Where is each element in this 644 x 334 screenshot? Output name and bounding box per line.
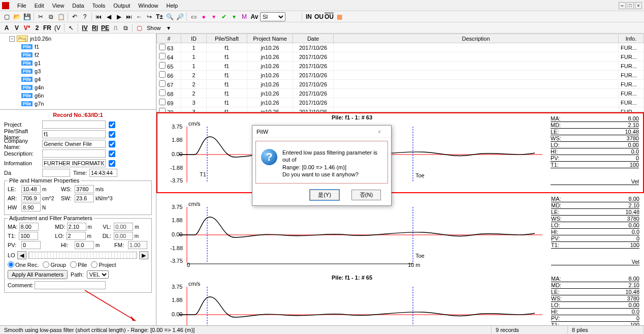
charts-area[interactable]: Pile: f1 - 1: # 63 cm/s 3.75 1.88 0.00 -… — [156, 112, 644, 328]
chart-icon[interactable]: ⧉ — [121, 23, 130, 33]
row-check[interactable] — [159, 89, 166, 96]
menu-data[interactable]: Data — [68, 2, 88, 10]
m-purple-icon[interactable]: M — [240, 12, 249, 21]
col-id[interactable]: ID — [181, 34, 207, 43]
col-pile[interactable]: Pile/Shaft — [207, 34, 247, 43]
hi-input[interactable] — [75, 241, 94, 249]
row-check[interactable] — [159, 62, 166, 69]
ri-u-icon[interactable]: RI — [90, 23, 100, 33]
ws-input[interactable] — [75, 185, 94, 193]
info-input[interactable] — [42, 159, 106, 167]
tree-pile-item[interactable]: Pileg4 — [1, 75, 155, 83]
table-row[interactable]: 682f1jn10.262017/10/26FUR... — [157, 89, 644, 98]
hist-icon[interactable]: ⎍ — [111, 23, 120, 33]
save-icon[interactable]: 💾 — [22, 12, 31, 21]
path-select[interactable]: VEL — [87, 270, 109, 279]
table-row[interactable]: 651f1jn10.262017/10/26FUR... — [157, 62, 644, 71]
two-button[interactable]: 2 — [33, 23, 42, 33]
company-input[interactable] — [42, 140, 106, 148]
row-check[interactable] — [159, 44, 166, 50]
a-button[interactable]: A — [2, 23, 11, 33]
box-icon[interactable]: ▭ — [189, 12, 198, 21]
t1-input[interactable] — [19, 232, 38, 240]
table-row[interactable]: 662f1jn10.262017/10/26FUR... — [157, 71, 644, 80]
zoom-in-icon[interactable]: 🔍 — [165, 12, 174, 21]
menu-output[interactable]: Output — [109, 2, 134, 10]
col-desc[interactable]: Description — [334, 34, 619, 43]
right-hook-icon[interactable]: ↪ — [145, 12, 154, 21]
lo-slider-right[interactable]: ▶ — [139, 251, 148, 259]
row-check[interactable] — [159, 108, 166, 112]
chart-panel[interactable]: Pile: f1 - 1: # 64 cm/s 3.75 1.88 0.00 -… — [156, 193, 644, 273]
radio-pile[interactable]: Pile — [70, 261, 87, 268]
row-check[interactable] — [159, 80, 166, 87]
paste-icon[interactable]: 📋 — [56, 12, 66, 21]
menu-file[interactable]: File — [13, 2, 30, 10]
menu-window[interactable]: Window — [134, 2, 162, 10]
col-num[interactable]: # — [157, 34, 181, 43]
grid-orange-icon[interactable]: ▦ — [335, 12, 344, 21]
date-input[interactable] — [42, 169, 70, 177]
no-button[interactable]: 否(N) — [351, 190, 381, 200]
restore-icon[interactable]: □ — [627, 2, 634, 9]
menu-help[interactable]: Help — [162, 2, 182, 10]
col-info[interactable]: Info. — [619, 34, 644, 43]
next-icon[interactable]: ▶ — [114, 12, 123, 21]
open-icon[interactable]: 📂 — [12, 12, 21, 21]
cut-icon[interactable]: ✂ — [36, 12, 45, 21]
radio-one-rec[interactable]: One Rec. — [8, 261, 39, 268]
company-check[interactable] — [109, 141, 115, 147]
table-row[interactable]: 693f1jn10.262017/10/26FUR... — [157, 98, 644, 107]
pink-dropdown-icon[interactable]: ▾ — [209, 12, 218, 21]
min-icon[interactable]: ‒ — [619, 2, 626, 9]
radio-group[interactable]: Group — [43, 261, 66, 268]
in-button[interactable]: IN — [304, 12, 313, 21]
le-input[interactable] — [21, 185, 41, 193]
table-row[interactable]: 672f1jn10.262017/10/26FUR... — [157, 80, 644, 89]
dialog-close-icon[interactable]: × — [372, 129, 387, 135]
prev-icon[interactable]: ◀ — [104, 12, 113, 21]
tree-pile-item[interactable]: Pileg4n — [1, 83, 155, 92]
col-proj[interactable]: Project Name — [247, 34, 293, 43]
time-input[interactable] — [89, 169, 117, 177]
last-icon[interactable]: ⏭ — [124, 12, 134, 21]
project-tree[interactable]: − Proj jn10.26n Pilef1 Pilef2 Pileg1 Pil… — [0, 34, 156, 110]
ou-bar-button[interactable]: OU — [325, 12, 334, 21]
apply-all-button[interactable]: Apply All Parameters — [8, 270, 68, 279]
show-dropdown-icon[interactable]: ▾ — [164, 23, 173, 33]
help-icon[interactable]: ? — [80, 12, 89, 21]
k-arrow-icon[interactable]: ↖ — [67, 23, 76, 33]
col-date[interactable]: Date — [293, 34, 334, 43]
tree-pile-item[interactable]: Pileg1 — [1, 59, 155, 67]
table-row[interactable]: 641f1jn10.262017/10/26FUR... — [157, 52, 644, 62]
tree-pile-item[interactable]: Pileg7n — [1, 100, 155, 108]
desc-check[interactable] — [109, 150, 115, 157]
project-check[interactable] — [109, 122, 115, 128]
green-dropdown-icon[interactable]: ▾ — [230, 12, 239, 21]
lo-input[interactable] — [67, 232, 86, 240]
v-button[interactable]: V — [12, 23, 21, 33]
row-check[interactable] — [159, 71, 166, 78]
lo-slider[interactable] — [28, 252, 137, 259]
hw-input[interactable] — [21, 203, 41, 211]
records-table[interactable]: # ID Pile/Shaft Project Name Date Descri… — [156, 34, 644, 112]
ar-input[interactable] — [21, 194, 41, 202]
menu-tools[interactable]: Tools — [88, 2, 110, 10]
radio-project[interactable]: Project — [91, 261, 116, 268]
ou-button[interactable]: OU — [314, 12, 324, 21]
chart-panel[interactable]: Pile: f1 - 1: # 63 cm/s 3.75 1.88 0.00 -… — [156, 112, 644, 193]
tree-pile-item[interactable]: Pilef2 — [1, 51, 155, 59]
yes-button[interactable]: 是(Y) — [310, 190, 339, 200]
new-icon[interactable]: ▢ — [2, 12, 11, 21]
pile-name-input[interactable] — [42, 130, 106, 138]
circle-pink-icon[interactable]: ● — [199, 12, 208, 21]
copy-icon[interactable]: ⧉ — [46, 12, 55, 21]
undo-icon[interactable]: ↶ — [70, 12, 79, 21]
project-name[interactable]: jn10.26n — [30, 36, 51, 42]
tz-button[interactable]: T± — [155, 12, 164, 21]
tree-pile-item[interactable]: Pileg6n — [1, 92, 155, 100]
first-icon[interactable]: ⏮ — [94, 12, 103, 21]
sw-input[interactable] — [75, 194, 94, 202]
close-icon[interactable]: × — [635, 2, 642, 9]
iv-u-icon[interactable]: IV — [80, 23, 89, 33]
